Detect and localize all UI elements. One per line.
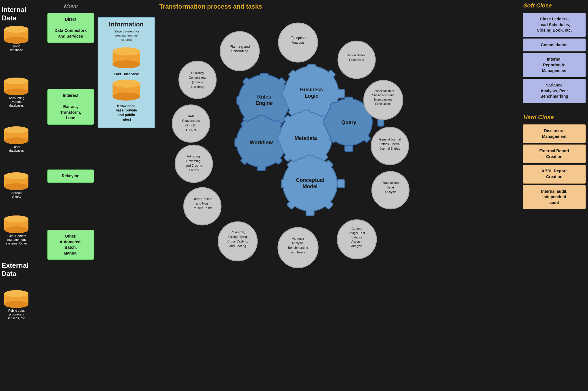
svg-text:currency): currency) [191,85,204,88]
soft-close-box-4: VarianceAnalysis, PeerBenchmarking [523,79,586,103]
svg-point-130 [371,127,409,165]
svg-point-152 [337,220,376,259]
svg-point-23 [4,290,28,297]
svg-text:Query: Query [341,120,356,125]
move-header: Move [47,3,95,9]
svg-text:Model: Model [303,184,318,189]
soft-close-section: Soft Close Close Ledgers,Lead Schedules,… [521,0,588,211]
planning-circle: Planning and Scheduling [220,32,259,71]
svg-text:(if multi-: (if multi- [192,80,203,84]
svg-text:Benchmarking: Benchmarking [288,246,308,249]
hard-close-label-3: XBRL ReportCreation [542,169,567,179]
svg-point-6 [4,88,28,95]
accounting-db: Accountingsystemsdatabases [3,78,30,108]
accounting-db-label: Accountingsystemsdatabases [9,96,24,108]
svg-text:Logic: Logic [305,93,318,99]
gaap-circle: GAAP Conversions (if multi- GAAP) [172,105,210,142]
svg-text:Subsidiaries and: Subsidiaries and [372,93,394,97]
soft-close-box-3: InternalReporing toManagement [523,53,586,77]
svg-text:and Closing: and Closing [185,164,202,167]
internal-data-label: InternalData [0,6,45,22]
currency-circle: Currency Conversions (if multi- currency… [179,61,216,99]
svg-point-15 [4,172,28,179]
svg-point-30 [113,93,140,101]
svg-point-10 [4,137,28,144]
svg-text:Research,: Research, [231,230,245,234]
svg-rect-93 [338,180,345,188]
svg-text:Reconciliation: Reconciliation [347,53,366,57]
svg-text:Analysis: Analysis [351,244,362,248]
svg-text:GAAP: GAAP [187,114,196,118]
svg-text:Ticking, Tying,: Ticking, Tying, [228,235,248,238]
svg-text:Workflow: Workflow [250,140,273,145]
soft-close-label-2: Consolidation [541,43,568,47]
journal-circle: General Journal Entries, Special Journal… [371,127,409,165]
reconciliation-circle: Reconciliation Processes [338,41,375,78]
erp-db: ERPdatabase [3,26,30,52]
hard-close-box-2: External ReportCreation [523,145,586,163]
svg-point-31 [113,80,140,88]
information-title: Information [100,21,152,28]
svg-text:Cross Casting,: Cross Casting, [227,240,248,243]
svg-text:and Non-: and Non- [196,202,209,205]
hard-close-box-3: XBRL ReportCreation [523,165,586,183]
svg-text:Ledger Trial: Ledger Trial [349,231,365,235]
svg-point-2 [4,37,28,44]
gl-trial-circle: General Ledger Trial Balance Account Ana… [337,220,376,259]
soft-close-header: Soft Close [521,0,588,11]
svg-text:(if multi-: (if multi- [185,124,196,127]
transformation-svg: Rules Engine Business Logic Workflow [158,11,488,299]
information-box: Information (Expert system forcreating f… [98,17,155,128]
svg-text:Intercompany: Intercompany [374,98,392,101]
svg-text:Entries, Special: Entries, Special [380,142,401,146]
exception-circle: Exception Analysis [278,23,318,62]
public-data-db: Public data,proprietaryservices, etc. [3,290,30,320]
svg-text:Metadata: Metadata [295,135,317,141]
svg-text:Conceptual: Conceptual [296,177,324,183]
svg-text:and Footing: and Footing [229,244,246,248]
spreadsheets-db: Spreadsheets [3,172,30,199]
svg-point-19 [4,215,28,222]
svg-text:Transaction: Transaction [382,181,399,184]
svg-text:Currency: Currency [191,71,204,75]
svg-rect-48 [338,89,345,98]
svg-point-3 [4,26,28,33]
hard-close-box-4: Internal audit,Independentaudit [523,185,586,209]
transaction-circle: Transaction Detail Analysis [372,172,409,209]
soft-close-box-2: Consolidation [523,38,586,52]
svg-text:GAAP): GAAP) [186,128,196,132]
svg-text:Analysis: Analysis [385,190,396,194]
svg-text:with Peers: with Peers [290,251,305,254]
files-db: Files, Contentmanagementsystems, Other [3,215,30,246]
fact-db: Fact Database [100,47,152,77]
hard-close-label-2: External ReportCreation [539,149,569,159]
svg-text:Business: Business [300,87,323,93]
svg-point-14 [4,183,28,190]
other-db-label: Otherdatabases [9,145,24,153]
svg-text:Detail: Detail [386,186,394,189]
erp-db-label: ERPdatabase [10,45,23,52]
svg-text:General: General [351,227,362,230]
svg-point-26 [113,60,140,68]
soft-close-label-4: VarianceAnalysis, PeerBenchmarking [540,83,568,99]
svg-text:Exception: Exception [291,36,306,40]
svg-text:Engine: Engine [256,100,273,106]
knowledge-db: Knowledgebase (privateand publicrules) [100,80,152,122]
fact-db-label: Fact Database [114,72,139,77]
svg-text:Reversing,: Reversing, [186,159,202,163]
soft-close-box-1: Close Ledgers,Lead Schedules,Closing Boo… [523,13,586,37]
variance-benchmarking-circle: Variance Analysis; Benchmarking with Pee… [278,228,318,268]
move-box-indirect: InderectExtract,Transform,Load [47,89,94,125]
svg-text:Analysis: Analysis [292,41,305,45]
svg-text:Balance: Balance [351,236,362,239]
svg-text:Variance: Variance [292,237,304,240]
transformation-title: Transformation process and tasks [159,3,262,10]
svg-rect-80 [345,145,353,151]
svg-text:Rules: Rules [257,94,271,100]
svg-text:Eliminations: Eliminations [375,102,392,105]
research-circle: Research, Ticking, Tying, Cross Casting,… [218,222,257,261]
svg-text:Processes: Processes [349,58,364,61]
move-direct-label: DirectData Connectorsand Services [50,17,91,39]
svg-point-110 [179,61,216,99]
public-data-label: Public data,proprietaryservices, etc. [7,309,26,320]
